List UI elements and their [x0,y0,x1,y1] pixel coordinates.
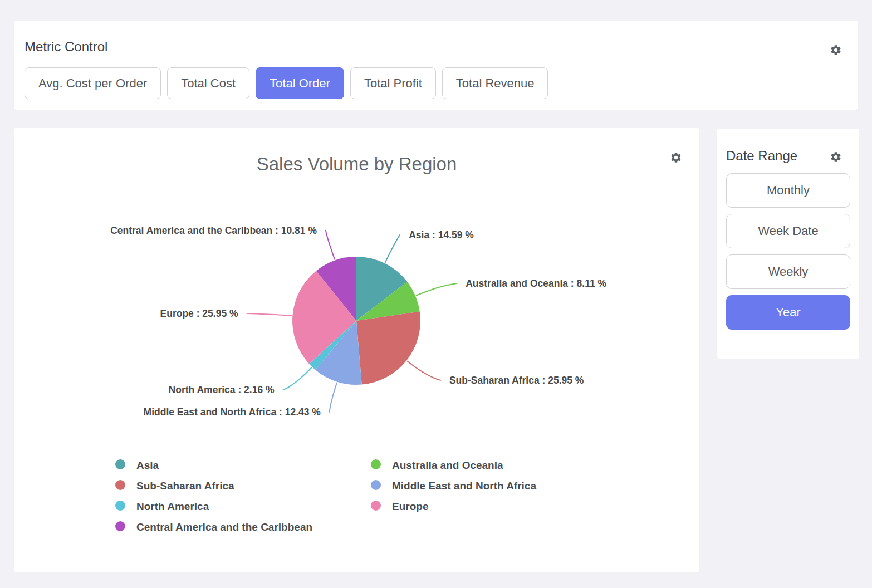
legend-label-australia-and-oceania: Australia and Oceania [392,459,503,471]
label-line-europe [247,313,292,316]
legend-item-europe[interactable]: Europe [371,501,428,512]
legend-swatch-europe [371,501,381,511]
pie-chart: Asia : 14.59 %Australia and Oceania : 8.… [14,128,699,572]
legend-item-sub-saharan-africa[interactable]: Sub-Saharan Africa [115,480,234,492]
pie-label-sub-saharan-africa: Sub-Saharan Africa : 25.95 % [449,375,584,386]
metric-option-total-cost[interactable]: Total Cost [167,67,249,99]
metric-option-total-order[interactable]: Total Order [256,67,344,99]
legend-label-europe: Europe [392,501,428,512]
dashboard-page: Metric Control Avg. Cost per OrderTotal … [0,0,872,572]
date-range-settings-gear-icon[interactable] [830,151,842,163]
legend-item-middle-east-and-north-africa[interactable]: Middle East and North Africa [371,480,536,492]
legend-item-australia-and-oceania[interactable]: Australia and Oceania [371,459,503,471]
legend-swatch-australia-and-oceania [371,459,381,469]
metric-control-title: Metric Control [25,40,847,54]
legend-swatch-central-america-and-the-caribbean [115,521,125,531]
legend-label-sub-saharan-africa: Sub-Saharan Africa [136,480,234,492]
pie-label-asia: Asia : 14.59 % [409,229,474,241]
legend-label-middle-east-and-north-africa: Middle East and North Africa [392,480,536,492]
label-line-north-america [283,368,311,390]
metric-option-total-profit[interactable]: Total Profit [350,67,436,99]
pie-label-europe: Europe : 25.95 % [160,308,238,319]
metric-option-total-revenue[interactable]: Total Revenue [442,67,548,99]
date-range-option-year[interactable]: Year [726,295,850,330]
legend-swatch-asia [115,459,125,469]
legend-label-central-america-and-the-caribbean: Central America and the Caribbean [136,521,312,533]
date-range-option-weekly[interactable]: Weekly [726,254,850,289]
pie-label-central-america-and-the-caribbean: Central America and the Caribbean : 10.8… [110,225,317,236]
date-range-panel: Date Range MonthlyWeek DateWeeklyYear [717,129,859,359]
pie-label-australia-and-oceania: Australia and Oceania : 8.11 % [466,278,606,289]
legend-label-north-america: North America [136,501,209,512]
main-row: Sales Volume by Region Asia : 14.59 %Aus… [14,128,858,572]
date-range-option-week-date[interactable]: Week Date [726,214,850,248]
legend-label-asia: Asia [136,459,159,471]
label-line-middle-east-and-north-africa [330,383,337,412]
legend-item-central-america-and-the-caribbean[interactable]: Central America and the Caribbean [115,521,312,533]
legend-swatch-north-america [115,501,125,511]
label-line-central-america-and-the-caribbean [326,231,335,259]
label-line-australia-and-oceania [417,283,457,295]
pie-slice-sub-saharan-africa[interactable] [356,311,420,384]
metric-settings-gear-icon[interactable] [830,44,842,56]
legend-swatch-middle-east-and-north-africa [371,480,381,490]
metric-options: Avg. Cost per OrderTotal CostTotal Order… [25,67,847,99]
metric-control-panel: Metric Control Avg. Cost per OrderTotal … [14,21,858,110]
metric-option-avg-cost-per-order[interactable]: Avg. Cost per Order [25,67,161,99]
label-line-sub-saharan-africa [408,361,440,380]
legend-item-asia[interactable]: Asia [115,459,159,471]
date-range-option-monthly[interactable]: Monthly [726,173,850,208]
legend-swatch-sub-saharan-africa [115,480,125,490]
legend-item-north-america[interactable]: North America [115,501,209,512]
pie-label-middle-east-and-north-africa: Middle East and North Africa : 12.43 % [144,406,321,418]
label-line-asia [385,235,400,262]
date-range-options: MonthlyWeek DateWeeklyYear [726,173,850,330]
pie-label-north-america: North America : 2.16 % [169,384,275,395]
chart-panel: Sales Volume by Region Asia : 14.59 %Aus… [14,128,699,572]
